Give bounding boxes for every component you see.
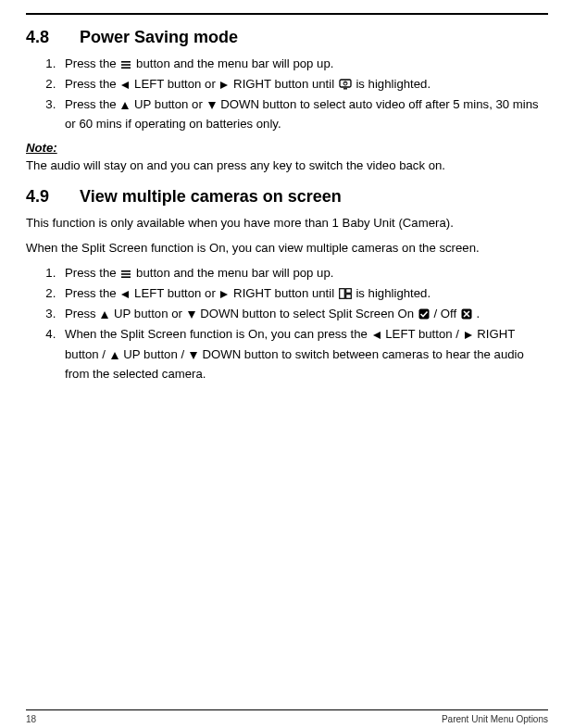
step-text: . [476, 307, 480, 320]
steps-4-8: Press the button and the menu bar will p… [26, 55, 548, 133]
step-text: Press the [65, 266, 119, 280]
svg-rect-13 [121, 276, 131, 278]
step-text: Press [65, 307, 96, 320]
svg-marker-14 [121, 291, 129, 298]
step-text: button and the menu bar will pop up. [136, 266, 333, 280]
svg-marker-4 [220, 82, 228, 89]
intro-paragraph: This function is only available when you… [26, 214, 548, 232]
step-text: / Off [433, 307, 459, 320]
step-text: button and the menu bar will pop up. [136, 56, 333, 70]
intro-paragraph: When the Split Screen function is On, yo… [26, 239, 548, 257]
svg-marker-15 [220, 291, 228, 298]
svg-rect-17 [345, 289, 351, 294]
step-2: Press the LEFT button or RIGHT button un… [59, 75, 548, 94]
step-1: Press the button and the menu bar will p… [59, 55, 548, 74]
svg-marker-19 [101, 311, 108, 319]
top-rule [26, 13, 548, 15]
step-text: When the Split Screen function is On, yo… [65, 327, 371, 341]
note-body: The audio will stay on and you can press… [26, 157, 548, 174]
svg-marker-3 [121, 82, 129, 89]
step-text: Press the [65, 97, 119, 111]
video-power-icon [339, 77, 352, 94]
up-arrow-icon [110, 347, 119, 365]
section-title: Power Saving mode [80, 28, 238, 46]
right-arrow-icon [464, 327, 473, 345]
section-title: View multiple cameras on screen [80, 187, 342, 206]
svg-rect-16 [339, 289, 344, 299]
left-arrow-icon [120, 286, 130, 304]
x-off-icon [461, 307, 472, 324]
svg-marker-26 [465, 332, 472, 339]
section-number: 4.8 [26, 28, 80, 47]
page-number: 18 [26, 714, 36, 724]
heading-4-8: 4.8Power Saving mode [26, 28, 548, 47]
svg-marker-10 [208, 102, 216, 109]
right-arrow-icon [219, 77, 229, 94]
step-text: LEFT button or [134, 77, 218, 91]
svg-marker-9 [121, 102, 129, 109]
step-text: RIGHT button until [233, 77, 338, 91]
up-arrow-icon [120, 97, 130, 115]
heading-4-9: 4.9View multiple cameras on screen [26, 187, 548, 207]
split-screen-icon [339, 286, 352, 304]
up-arrow-icon [100, 307, 109, 324]
step-text: Press the [65, 286, 119, 300]
svg-rect-12 [121, 273, 131, 275]
note-label: Note: [26, 141, 548, 155]
step-text: UP button / [123, 347, 187, 361]
chapter-title: Parent Unit Menu Options [442, 714, 548, 724]
step-text: UP button or [134, 97, 206, 111]
svg-marker-27 [111, 352, 119, 359]
left-arrow-icon [120, 77, 130, 94]
step-text: DOWN button to select Split Screen On [200, 307, 418, 320]
step-2: Press the LEFT button or RIGHT button un… [59, 284, 548, 304]
svg-rect-18 [345, 295, 351, 299]
section-number: 4.9 [26, 187, 80, 207]
svg-rect-1 [121, 64, 131, 66]
svg-rect-21 [418, 309, 429, 320]
menu-icon [120, 56, 131, 74]
left-arrow-icon [372, 327, 381, 345]
svg-marker-25 [373, 332, 381, 339]
page-footer: 18 Parent Unit Menu Options [26, 709, 548, 724]
svg-rect-0 [121, 61, 131, 63]
step-text: is highlighted. [356, 77, 430, 91]
svg-rect-2 [121, 67, 131, 69]
down-arrow-icon [189, 347, 198, 365]
svg-rect-11 [121, 270, 131, 272]
step-text: Press the [65, 77, 119, 91]
step-text: is highlighted. [356, 286, 430, 300]
step-3: Press UP button or DOWN button to select… [59, 305, 548, 324]
svg-marker-20 [188, 311, 195, 319]
step-text: Press the [65, 56, 119, 70]
menu-icon [120, 266, 131, 283]
down-arrow-icon [187, 307, 196, 324]
step-3: Press the UP button or DOWN button to se… [59, 95, 548, 132]
step-text: UP button or [114, 307, 185, 320]
svg-marker-28 [190, 352, 197, 359]
step-text: LEFT button / [385, 327, 462, 341]
step-text: RIGHT button until [233, 286, 338, 300]
check-on-icon [418, 307, 430, 324]
step-1: Press the button and the menu bar will p… [59, 264, 548, 283]
down-arrow-icon [207, 97, 217, 115]
step-4: When the Split Screen function is On, yo… [59, 325, 548, 382]
steps-4-9: Press the button and the menu bar will p… [26, 264, 548, 383]
step-text: LEFT button or [134, 286, 218, 300]
right-arrow-icon [219, 286, 229, 304]
